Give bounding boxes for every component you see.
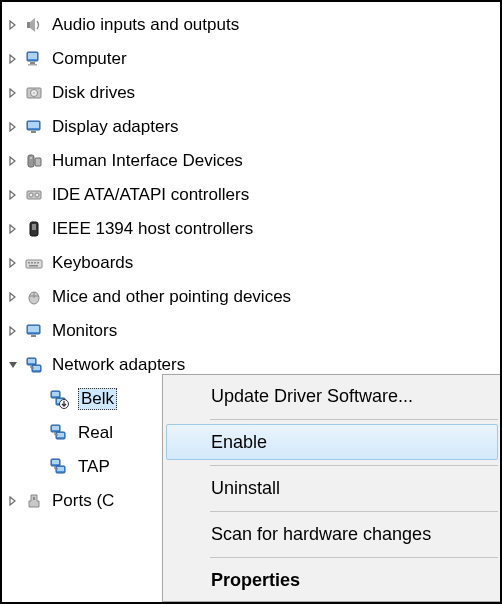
menu-separator <box>166 506 498 516</box>
tree-item-keyboards[interactable]: Keyboards <box>6 246 500 280</box>
expander-icon[interactable] <box>6 222 20 236</box>
svg-rect-11 <box>28 155 34 167</box>
expander-icon[interactable] <box>6 188 20 202</box>
expander-icon[interactable] <box>6 494 20 508</box>
port-icon <box>24 491 44 511</box>
svg-rect-20 <box>28 262 30 264</box>
expander-icon[interactable] <box>6 358 20 372</box>
expander-icon[interactable] <box>6 154 20 168</box>
menu-separator <box>166 460 498 470</box>
tree-item-label: IEEE 1394 host controllers <box>52 219 253 239</box>
tree-item-label: Audio inputs and outputs <box>52 15 239 35</box>
expander-icon[interactable] <box>6 324 20 338</box>
tree-item-disk[interactable]: Disk drives <box>6 76 500 110</box>
menu-separator <box>166 552 498 562</box>
network-adapter-disabled-icon <box>48 388 70 410</box>
tree-item-computer[interactable]: Computer <box>6 42 500 76</box>
disk-icon <box>24 83 44 103</box>
svg-point-7 <box>33 92 35 94</box>
svg-rect-54 <box>33 497 35 500</box>
menu-item-label: Uninstall <box>211 478 280 499</box>
svg-rect-19 <box>26 260 42 268</box>
svg-rect-12 <box>35 158 41 166</box>
tree-item-label: Computer <box>52 49 127 69</box>
tree-item-label: Network adapters <box>52 355 185 375</box>
tree-item-hid[interactable]: Human Interface Devices <box>6 144 500 178</box>
computer-icon <box>24 49 44 69</box>
expander-icon[interactable] <box>6 18 20 32</box>
tree-item-label: Real <box>78 423 113 443</box>
tree-item-label: Display adapters <box>52 117 179 137</box>
svg-rect-32 <box>28 359 35 363</box>
expander-icon[interactable] <box>6 290 20 304</box>
expander-icon[interactable] <box>6 120 20 134</box>
menu-separator <box>166 414 498 424</box>
svg-rect-10 <box>31 131 36 133</box>
expander-icon[interactable] <box>6 52 20 66</box>
svg-rect-4 <box>28 64 37 66</box>
menu-item-scan[interactable]: Scan for hardware changes <box>166 516 498 552</box>
mouse-icon <box>24 287 44 307</box>
tree-item-label: Disk drives <box>52 83 135 103</box>
expander-icon[interactable] <box>6 86 20 100</box>
menu-item-label: Enable <box>211 432 267 453</box>
svg-point-13 <box>30 157 32 159</box>
svg-rect-22 <box>34 262 36 264</box>
svg-rect-24 <box>29 265 38 267</box>
svg-rect-9 <box>28 122 39 128</box>
tree-item-ide[interactable]: IDE ATA/ATAPI controllers <box>6 178 500 212</box>
hid-icon <box>24 151 44 171</box>
svg-rect-21 <box>31 262 33 264</box>
svg-rect-43 <box>52 426 59 430</box>
svg-rect-3 <box>30 62 35 64</box>
svg-rect-49 <box>52 460 59 464</box>
display-icon <box>24 117 44 137</box>
network-adapter-icon <box>48 422 70 444</box>
menu-item-label: Properties <box>211 570 300 591</box>
firewire-icon <box>24 219 44 239</box>
svg-rect-38 <box>52 392 59 396</box>
keyboard-icon <box>24 253 44 273</box>
tree-item-label: Ports (C <box>52 491 114 511</box>
tree-item-mice[interactable]: Mice and other pointing devices <box>6 280 500 314</box>
svg-rect-18 <box>32 224 36 230</box>
tree-item-label: Human Interface Devices <box>52 151 243 171</box>
tree-item-monitors[interactable]: Monitors <box>6 314 500 348</box>
context-menu: Update Driver Software... Enable Uninsta… <box>162 374 502 602</box>
tree-item-label: Mice and other pointing devices <box>52 287 291 307</box>
menu-item-label: Scan for hardware changes <box>211 524 431 545</box>
svg-rect-45 <box>57 433 64 437</box>
tree-item-label: Keyboards <box>52 253 133 273</box>
speaker-icon <box>24 15 44 35</box>
network-icon <box>24 355 44 375</box>
menu-item-update-driver[interactable]: Update Driver Software... <box>166 378 498 414</box>
expander-icon[interactable] <box>6 256 20 270</box>
menu-item-properties[interactable]: Properties <box>166 562 498 598</box>
network-adapter-icon <box>48 456 70 478</box>
menu-item-label: Update Driver Software... <box>211 386 413 407</box>
tree-item-label: IDE ATA/ATAPI controllers <box>52 185 249 205</box>
monitor-icon <box>24 321 44 341</box>
svg-rect-34 <box>33 366 40 370</box>
tree-item-label: TAP <box>78 457 110 477</box>
ide-icon <box>24 185 44 205</box>
svg-rect-23 <box>37 262 39 264</box>
svg-rect-51 <box>57 467 64 471</box>
tree-item-audio[interactable]: Audio inputs and outputs <box>6 8 500 42</box>
tree-item-label: Belk <box>78 388 117 410</box>
svg-point-16 <box>35 193 39 197</box>
tree-item-display[interactable]: Display adapters <box>6 110 500 144</box>
svg-rect-2 <box>28 53 37 59</box>
tree-item-ieee1394[interactable]: IEEE 1394 host controllers <box>6 212 500 246</box>
svg-rect-30 <box>31 335 36 337</box>
menu-item-uninstall[interactable]: Uninstall <box>166 470 498 506</box>
svg-rect-0 <box>27 22 30 28</box>
tree-item-label: Monitors <box>52 321 117 341</box>
svg-point-15 <box>29 193 33 197</box>
svg-rect-29 <box>28 326 39 332</box>
menu-item-enable[interactable]: Enable <box>166 424 498 460</box>
